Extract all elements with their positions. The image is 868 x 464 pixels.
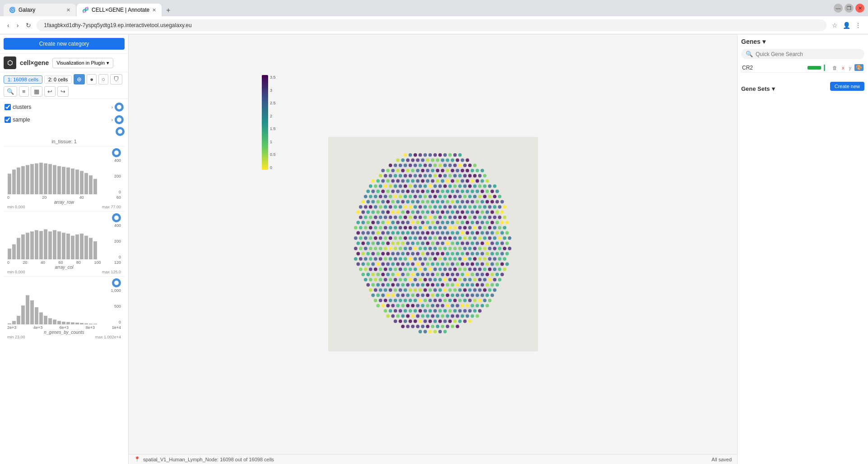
scale-label-0: 0 — [270, 165, 276, 170]
tab-cellxgene-label: CELL×GENE | Annotate — [92, 7, 149, 13]
browser-chrome: 🌀 Galaxy ✕ 🧬 CELL×GENE | Annotate ✕ + — … — [0, 0, 868, 16]
clusters-expand-icon[interactable]: › — [111, 105, 113, 110]
histogram-n-genes-axis: 1,000 500 0 — [107, 288, 121, 324]
forward-button[interactable]: › — [15, 20, 21, 31]
profile-icon[interactable]: 👤 — [842, 21, 851, 30]
histogram-n-genes-color-dot[interactable] — [112, 278, 121, 287]
histogram-n-genes-minmax: min 23.00 max 1.002e+4 — [7, 335, 121, 339]
toolbar-redo-button[interactable]: ↪ — [57, 86, 69, 97]
array-row-max: max 77.00 — [102, 205, 121, 209]
histogram-array-col-color-dot[interactable] — [112, 213, 121, 222]
gene-search-input[interactable] — [756, 51, 860, 57]
y-axis-mid-3: 500 — [107, 304, 121, 309]
viz-dropdown-icon: ▾ — [107, 60, 109, 66]
histogram-array-row-color-dot[interactable] — [112, 148, 121, 157]
tab-galaxy[interactable]: 🌀 Galaxy ✕ — [4, 4, 76, 16]
menu-icon[interactable]: ⋮ — [854, 21, 863, 30]
visualization-area[interactable]: 3.5 3 2.5 2 1.5 1 0.5 0 — [129, 34, 737, 454]
back-button[interactable]: ‹ — [5, 20, 11, 31]
maximize-button[interactable]: ❐ — [845, 4, 854, 13]
y-axis-bot-2: 0 — [107, 255, 121, 259]
star-icon[interactable]: ☆ — [830, 21, 839, 30]
histogram-array-row-minmax: min 0.000 max 77.00 — [7, 205, 121, 209]
gene-cr2-delete-button[interactable]: 🗑 — [831, 65, 839, 71]
status-left: 📍 spatial_V1_Human_Lymph_Node: 16098 out… — [134, 456, 274, 462]
dataset-label: spatial_V1_Human_Lymph_Node: 16098 out o… — [143, 457, 274, 462]
gene-tick-6k: 6e+3 — [60, 325, 69, 330]
gene-tick-4k: 4e+3 — [33, 325, 42, 330]
col-tick-120: 120 — [114, 260, 121, 265]
sample-checkbox[interactable] — [5, 117, 11, 123]
clusters-color-dot[interactable] — [115, 103, 124, 112]
create-category-button[interactable]: Create new category — [4, 38, 125, 50]
cellxgene-favicon: 🧬 — [82, 7, 89, 13]
scale-label-05: 0.5 — [270, 152, 276, 157]
toolbar-empty-circle-button[interactable]: ○ — [98, 74, 108, 84]
spatial-icon: 📍 — [134, 456, 140, 462]
gene-cr2-color-button[interactable]: 🎨 — [854, 64, 863, 71]
address-bar: ‹ › ↻ ☆ 👤 ⋮ — [0, 16, 868, 34]
histogram-array-row-label: array_row — [7, 200, 121, 205]
y-axis-top-3: 1,000 — [107, 288, 121, 293]
create-new-gene-set-button[interactable]: Create new — [830, 82, 864, 91]
browser-tabs: 🌀 Galaxy ✕ 🧬 CELL×GENE | Annotate ✕ + — [4, 0, 174, 16]
scatter-plot-canvas[interactable] — [328, 137, 538, 352]
minimize-button[interactable]: — — [834, 4, 843, 13]
toolbar-grid-button[interactable]: ▦ — [31, 86, 42, 97]
category-sample: sample › — [4, 113, 125, 126]
gene-tick-8k: 8e+3 — [86, 325, 95, 330]
toolbar-circle-button[interactable]: ● — [87, 74, 97, 84]
status-bar: 📍 spatial_V1_Human_Lymph_Node: 16098 out… — [129, 454, 737, 464]
col-tick-100: 100 — [94, 260, 101, 265]
status-color-icon — [117, 129, 123, 134]
y-axis-mid-2: 200 — [107, 239, 121, 244]
tab-cellxgene-close[interactable]: ✕ — [152, 7, 156, 13]
scale-label-35: 3.5 — [270, 75, 276, 80]
toolbar-link-button[interactable]: ⊕ — [74, 74, 85, 84]
clusters-label[interactable]: clusters — [13, 104, 110, 110]
reload-button[interactable]: ↻ — [24, 20, 33, 31]
status-color-dot[interactable] — [116, 127, 125, 136]
tab-galaxy-label: Galaxy — [19, 7, 35, 13]
svg-point-2 — [118, 129, 122, 134]
cell-count-badge-2: 2: 0 cells — [44, 75, 72, 84]
histogram-array-col-body: 400 200 0 — [7, 223, 121, 259]
genes-header[interactable]: Genes ▾ — [741, 38, 864, 45]
gene-sets-expand-icon: ▾ — [772, 85, 775, 92]
color-scale-container: 3.5 3 2.5 2 1.5 1 0.5 0 — [262, 75, 276, 170]
gene-sets-title: Gene Sets — [741, 85, 770, 92]
histogram-n-genes-body: 1,000 500 0 — [7, 288, 121, 324]
gene-sets-header[interactable]: Gene Sets ▾ — [741, 85, 775, 92]
clusters-checkbox[interactable] — [5, 104, 11, 110]
x-tick-0: 0 — [7, 195, 9, 200]
histogram-n-genes-icon — [114, 280, 119, 286]
new-tab-button[interactable]: + — [162, 5, 174, 16]
array-row-min: min 0.000 — [7, 205, 25, 209]
sample-color-dot[interactable] — [115, 115, 124, 124]
toolbar-zoom-button[interactable]: 🔍 — [4, 86, 17, 97]
toolbar-lasso-button[interactable]: ⛉ — [110, 74, 122, 84]
viz-dropdown[interactable]: Visualization in Plugin ▾ — [52, 58, 113, 68]
y-axis-top-2: 400 — [107, 223, 121, 228]
histogram-array-row-header — [7, 148, 121, 157]
svg-point-4 — [114, 216, 119, 220]
galaxy-favicon: 🌀 — [9, 7, 16, 13]
tab-cellxgene[interactable]: 🧬 CELL×GENE | Annotate ✕ — [77, 4, 162, 16]
close-button[interactable]: ✕ — [855, 4, 864, 13]
sample-label[interactable]: sample — [13, 117, 110, 123]
scale-label-3: 3 — [270, 88, 276, 93]
histogram-array-col-header — [7, 213, 121, 222]
sample-color-icon — [116, 117, 122, 122]
gene-cr2-x-button[interactable]: x — [840, 65, 846, 71]
url-input[interactable] — [37, 19, 826, 31]
toolbar-undo-button[interactable]: ↩ — [44, 86, 56, 97]
tab-galaxy-close[interactable]: ✕ — [66, 7, 70, 13]
histogram-n-genes: 1,000 500 0 2e+3 4e+3 6e+3 8e+3 1e+4 n_g… — [4, 276, 125, 341]
x-tick-20: 20 — [42, 195, 46, 200]
sample-expand-icon[interactable]: › — [111, 117, 113, 122]
histogram-array-row-body: 400 200 0 — [7, 158, 121, 194]
toolbar-list-button[interactable]: ≡ — [19, 86, 29, 97]
histogram-array-col-axis: 400 200 0 — [107, 223, 121, 259]
clusters-color-icon — [116, 104, 122, 110]
gene-cr2-y-button[interactable]: y — [848, 65, 853, 71]
